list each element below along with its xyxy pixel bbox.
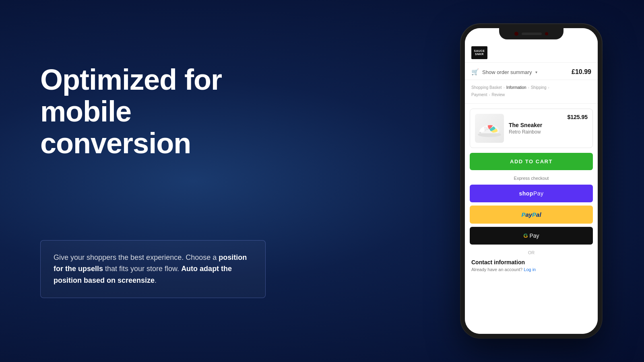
product-card: The Sneaker Retro Rainbow $125.95 — [470, 109, 593, 148]
left-panel: Optimized for mobile conversion Give you… — [0, 32, 451, 330]
product-price: $125.95 — [567, 114, 588, 120]
desc-text-before: Give your shoppers the best experience. … — [54, 253, 219, 261]
breadcrumb-item-basket[interactable]: Shopping Basket — [471, 84, 502, 91]
description-box: Give your shoppers the best experience. … — [40, 240, 266, 298]
paypal-label: PayPal — [521, 211, 541, 218]
breadcrumb-row2: Payment › Review — [471, 91, 591, 99]
breadcrumb-item-shipping[interactable]: Shipping — [531, 84, 547, 91]
notch-dot — [545, 32, 548, 35]
contact-title: Contact information — [471, 259, 591, 265]
phone-content: SAUCESNKR 🛒 Show order summary ▾ £10.99 … — [465, 28, 598, 334]
order-summary-price: £10.99 — [572, 68, 591, 76]
shop-pay-button[interactable]: shopPay — [470, 185, 593, 202]
contact-section: Contact information Already have an acco… — [465, 259, 598, 272]
description-text: Give your shoppers the best experience. … — [54, 252, 252, 286]
sneaker-illustration — [476, 118, 503, 139]
breadcrumb-row: Shopping Basket › Information › Shipping… — [471, 84, 591, 91]
product-image — [475, 114, 504, 143]
main-heading: Optimized for mobile conversion — [40, 64, 419, 160]
phone-mockup: SAUCESNKR 🛒 Show order summary ▾ £10.99 … — [461, 24, 602, 338]
google-g-icon: G — [523, 232, 528, 239]
breadcrumb-sep3: › — [548, 84, 549, 91]
gpay-label: Pay — [529, 232, 539, 239]
store-header: SAUCESNKR — [465, 42, 598, 63]
add-to-cart-button[interactable]: ADD TO CART — [470, 153, 593, 170]
contact-sub-text: Already have an account? — [471, 267, 522, 272]
product-name: The Sneaker — [509, 122, 562, 128]
order-summary-row[interactable]: 🛒 Show order summary ▾ £10.99 — [465, 63, 598, 80]
login-link[interactable]: Log in — [524, 267, 536, 272]
right-panel: SAUCESNKR 🛒 Show order summary ▾ £10.99 … — [451, 24, 612, 338]
order-summary-label: Show order summary — [482, 69, 532, 75]
store-logo: SAUCESNKR — [471, 46, 487, 59]
product-variant: Retro Rainbow — [509, 129, 562, 135]
breadcrumb: Shopping Basket › Information › Shipping… — [465, 80, 598, 104]
phone-notch — [499, 28, 564, 39]
svg-line-3 — [486, 128, 488, 129]
phone-power-button — [601, 84, 602, 109]
breadcrumb-item-information[interactable]: Information — [506, 84, 526, 91]
desc-text-after: . — [155, 276, 157, 284]
cart-icon: 🛒 — [471, 68, 479, 76]
notch-camera — [514, 32, 518, 36]
product-info: The Sneaker Retro Rainbow — [509, 122, 562, 135]
shop-pay-label: shopPay — [519, 190, 543, 197]
contact-sub: Already have an account? Log in — [471, 267, 591, 272]
chevron-down-icon: ▾ — [535, 70, 537, 74]
heading-line1: Optimized for — [40, 64, 222, 96]
breadcrumb-sep4: › — [489, 92, 490, 98]
heading-line2: mobile — [40, 95, 131, 128]
order-summary-left[interactable]: 🛒 Show order summary ▾ — [471, 68, 537, 76]
express-checkout-label: Express checkout — [465, 176, 598, 181]
google-pay-button[interactable]: G Pay — [470, 227, 593, 245]
breadcrumb-item-review[interactable]: Review — [491, 91, 505, 99]
phone-vol-down-button — [461, 123, 462, 143]
desc-text-middle: that fits your store flow. — [103, 265, 181, 273]
phone-mute-button — [461, 76, 462, 93]
breadcrumb-sep1: › — [504, 84, 505, 91]
paypal-button[interactable]: PayPal — [470, 206, 593, 224]
breadcrumb-item-payment[interactable]: Payment — [471, 91, 487, 99]
or-divider: OR — [465, 250, 598, 255]
payment-buttons: shopPay PayPal G Pay — [465, 185, 598, 245]
breadcrumb-sep2: › — [528, 84, 529, 91]
notch-speaker — [522, 33, 542, 35]
phone-vol-up-button — [461, 99, 462, 119]
heading-line3: conversion — [40, 127, 191, 159]
